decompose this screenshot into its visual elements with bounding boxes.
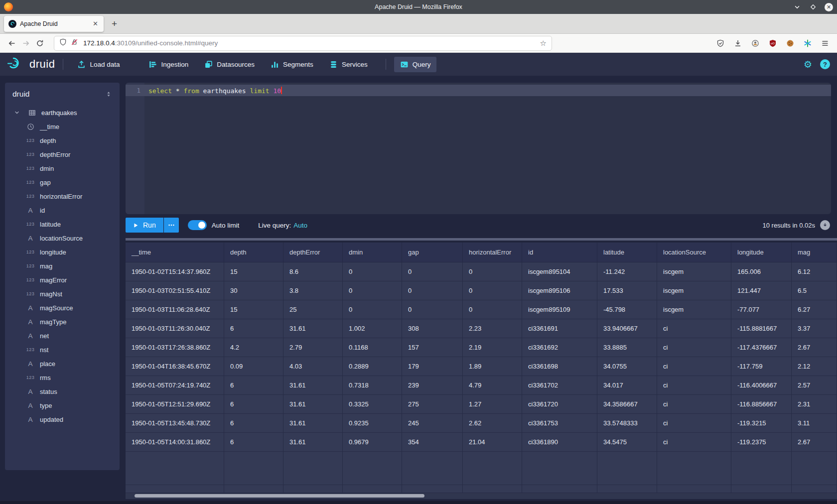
table-cell[interactable]: -119.3215 bbox=[731, 414, 792, 432]
chevron-down-icon[interactable] bbox=[11, 110, 22, 116]
results-header-__time[interactable]: __time bbox=[126, 243, 224, 262]
live-query-value[interactable]: Auto bbox=[293, 222, 307, 229]
url-text[interactable]: 172.18.0.4:30109/unified-console.html#qu… bbox=[83, 39, 218, 47]
table-cell[interactable]: iscgem bbox=[657, 281, 731, 300]
table-cell[interactable]: ci3361890 bbox=[522, 433, 597, 451]
table-cell-empty[interactable] bbox=[283, 485, 343, 493]
export-download-icon[interactable] bbox=[820, 220, 830, 230]
table-cell[interactable]: 33.5748333 bbox=[597, 414, 657, 432]
new-tab-button[interactable]: + bbox=[112, 19, 117, 28]
table-cell[interactable]: 2.12 bbox=[792, 357, 837, 376]
table-cell[interactable]: 6 bbox=[224, 319, 283, 338]
sidebar-column-type[interactable]: Atype bbox=[5, 398, 120, 412]
sidebar-column-nst[interactable]: 123nst bbox=[5, 343, 120, 357]
table-cell[interactable]: 31.61 bbox=[283, 395, 343, 413]
table-cell[interactable]: ci bbox=[657, 376, 731, 394]
table-cell-empty[interactable] bbox=[463, 485, 522, 493]
sidebar-column-magType[interactable]: AmagType bbox=[5, 315, 120, 329]
table-cell[interactable]: 0.9679 bbox=[343, 433, 402, 451]
table-cell[interactable]: 0 bbox=[402, 262, 463, 281]
table-cell[interactable]: 3.8 bbox=[283, 281, 343, 300]
table-cell[interactable]: 0 bbox=[343, 300, 402, 319]
table-cell[interactable]: 6.12 bbox=[792, 262, 837, 281]
table-cell[interactable]: -115.8881667 bbox=[731, 319, 792, 338]
table-cell[interactable]: 1950-01-05T07:24:19.740Z bbox=[126, 376, 224, 394]
menu-icon[interactable] bbox=[818, 36, 832, 50]
table-cell[interactable]: 1950-01-05T12:51:29.690Z bbox=[126, 395, 224, 413]
shield-permissions-icon[interactable] bbox=[59, 38, 67, 48]
table-cell[interactable]: 308 bbox=[402, 319, 463, 338]
table-cell[interactable]: 2.67 bbox=[792, 338, 837, 357]
nav-item-query[interactable]: Query bbox=[394, 57, 437, 72]
table-cell-empty[interactable] bbox=[126, 485, 224, 493]
run-button[interactable]: Run bbox=[126, 218, 163, 233]
table-cell-empty[interactable] bbox=[792, 485, 837, 493]
table-cell-empty[interactable] bbox=[657, 485, 731, 493]
table-cell[interactable]: -119.2375 bbox=[731, 433, 792, 451]
sidebar-column-gap[interactable]: 123gap bbox=[5, 175, 120, 189]
reload-icon[interactable] bbox=[33, 36, 47, 50]
table-cell[interactable]: 1950-01-03T11:06:28.640Z bbox=[126, 300, 224, 319]
table-cell[interactable]: 1950-01-03T02:51:55.410Z bbox=[126, 281, 224, 300]
table-cell[interactable]: 34.5475 bbox=[597, 433, 657, 451]
table-cell[interactable]: 31.61 bbox=[283, 319, 343, 338]
table-cell[interactable]: 25 bbox=[283, 300, 343, 319]
table-cell[interactable]: 354 bbox=[402, 433, 463, 451]
tab-close-icon[interactable]: ✕ bbox=[92, 20, 99, 27]
table-cell[interactable]: 0 bbox=[463, 281, 522, 300]
table-cell[interactable]: ci bbox=[657, 357, 731, 376]
cookie-icon[interactable] bbox=[783, 36, 797, 50]
table-cell-empty[interactable] bbox=[402, 452, 463, 485]
table-cell[interactable]: 0 bbox=[463, 300, 522, 319]
nav-item-ingestion[interactable]: Ingestion bbox=[142, 57, 194, 72]
table-cell[interactable]: 17.533 bbox=[597, 281, 657, 300]
table-cell[interactable]: ci3361692 bbox=[522, 338, 597, 357]
table-cell[interactable]: -116.8856667 bbox=[731, 395, 792, 413]
horizontal-scrollbar[interactable] bbox=[126, 493, 837, 499]
table-cell[interactable]: 3.11 bbox=[792, 414, 837, 432]
table-cell[interactable]: 34.3586667 bbox=[597, 395, 657, 413]
nav-item-load-data[interactable]: Load data bbox=[71, 57, 126, 72]
sidebar-column-locationSource[interactable]: AlocationSource bbox=[5, 231, 120, 245]
table-cell[interactable]: 0.2889 bbox=[343, 357, 402, 376]
sidebar-column-dmin[interactable]: 123dmin bbox=[5, 161, 120, 175]
table-cell-empty[interactable] bbox=[224, 485, 283, 493]
sidebar-column-rms[interactable]: 123rms bbox=[5, 371, 120, 384]
forward-icon[interactable] bbox=[19, 36, 33, 50]
url-bar[interactable]: 172.18.0.4:30109/unified-console.html#qu… bbox=[54, 36, 552, 51]
table-cell[interactable]: 34.0755 bbox=[597, 357, 657, 376]
table-cell-empty[interactable] bbox=[522, 452, 597, 485]
table-cell[interactable]: 0 bbox=[402, 300, 463, 319]
table-cell[interactable]: ci3361698 bbox=[522, 357, 597, 376]
table-cell-empty[interactable] bbox=[283, 452, 343, 485]
sidebar-column-horizontalError[interactable]: 123horizontalError bbox=[5, 189, 120, 203]
results-header-mag[interactable]: mag bbox=[792, 243, 837, 262]
auto-limit-toggle[interactable] bbox=[188, 220, 207, 230]
table-cell-empty[interactable] bbox=[126, 452, 224, 485]
insecure-lock-icon[interactable] bbox=[71, 38, 78, 48]
table-cell[interactable]: iscgem895106 bbox=[522, 281, 597, 300]
table-cell[interactable]: 0.1168 bbox=[343, 338, 402, 357]
sidebar-column-mag[interactable]: 123mag bbox=[5, 259, 120, 273]
table-cell[interactable]: iscgem895109 bbox=[522, 300, 597, 319]
sidebar-column-magSource[interactable]: AmagSource bbox=[5, 301, 120, 315]
table-cell[interactable]: -117.4376667 bbox=[731, 338, 792, 357]
table-cell[interactable]: 6.27 bbox=[792, 300, 837, 319]
table-cell[interactable]: 15 bbox=[224, 262, 283, 281]
table-cell[interactable]: 245 bbox=[402, 414, 463, 432]
gear-icon[interactable]: ⚙ bbox=[804, 60, 812, 69]
table-cell[interactable]: ci bbox=[657, 319, 731, 338]
schema-selector[interactable]: druid bbox=[5, 83, 120, 106]
table-cell[interactable]: 2.62 bbox=[463, 414, 522, 432]
sidebar-column-net[interactable]: Anet bbox=[5, 329, 120, 343]
table-cell[interactable]: 31.61 bbox=[283, 414, 343, 432]
table-cell[interactable]: ci bbox=[657, 414, 731, 432]
sidebar-column-magError[interactable]: 123magError bbox=[5, 273, 120, 287]
table-cell[interactable]: ci3361691 bbox=[522, 319, 597, 338]
table-cell[interactable]: 1950-01-04T16:38:45.670Z bbox=[126, 357, 224, 376]
window-close-icon[interactable]: ✕ bbox=[825, 3, 833, 11]
table-cell[interactable]: 2.67 bbox=[792, 433, 837, 451]
results-header-depth[interactable]: depth bbox=[224, 243, 283, 262]
sidebar-column-latitude[interactable]: 123latitude bbox=[5, 217, 120, 231]
table-cell[interactable]: 21.04 bbox=[463, 433, 522, 451]
